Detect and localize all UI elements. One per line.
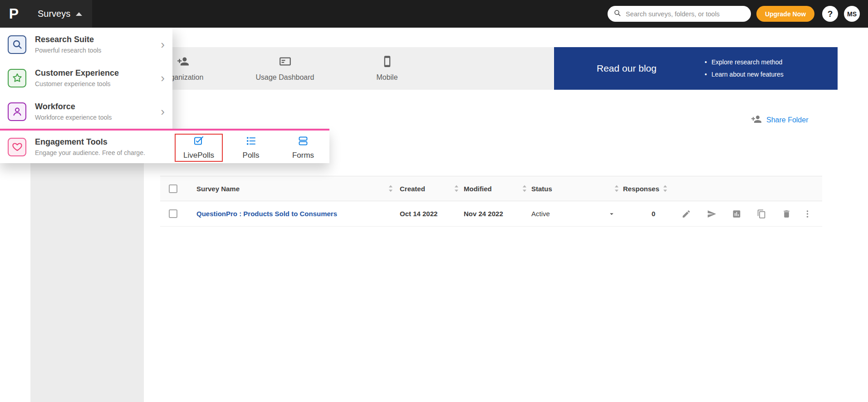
toolbar-item-mobile[interactable]: Mobile: [353, 47, 421, 90]
table-header-row: Survey Name Created Modified Status Resp…: [160, 176, 822, 201]
global-search: [608, 6, 751, 22]
menu-item-workforce[interactable]: Workforce Workforce experience tools ›: [0, 95, 172, 128]
column-header-created[interactable]: Created: [400, 176, 425, 201]
dashboard-icon: [279, 55, 291, 69]
blog-title: Read our blog: [597, 47, 657, 90]
polls-icon: [245, 136, 256, 149]
sort-icon-survey-name[interactable]: [388, 185, 393, 192]
column-header-survey-name[interactable]: Survey Name: [196, 176, 240, 201]
questionpro-logo[interactable]: P: [0, 0, 28, 28]
send-icon[interactable]: [707, 209, 716, 218]
search-icon: [613, 9, 622, 19]
modified-date: Nov 24 2022: [464, 201, 503, 226]
sort-icon-created[interactable]: [454, 185, 459, 192]
share-folder-button[interactable]: Share Folder: [751, 113, 809, 127]
created-date: Oct 14 2022: [400, 201, 437, 226]
menu-item-title: Workforce: [35, 102, 112, 111]
menu-item-subtitle: Engage your audience. Free of charge.: [35, 149, 145, 156]
menu-item-engagement-tools[interactable]: Engagement Tools Engage your audience. F…: [35, 137, 145, 156]
status-dropdown-caret[interactable]: [608, 210, 616, 218]
bullet-dot: •: [705, 56, 707, 68]
submenu-item-label: LivePolls: [183, 151, 214, 160]
feature-toolbar: Organization Usage Dashboard Mobile: [144, 47, 554, 90]
research-magnifier-icon: [8, 35, 26, 54]
submenu-item-label: Polls: [243, 151, 260, 160]
menu-item-title: Engagement Tools: [35, 137, 145, 147]
star-icon: [8, 69, 26, 87]
column-header-responses[interactable]: Responses: [623, 176, 659, 201]
survey-name-link[interactable]: QuestionPro : Products Sold to Consumers: [196, 201, 337, 226]
status-value[interactable]: Active: [531, 201, 550, 226]
heart-icon: [8, 138, 26, 156]
delete-icon[interactable]: [782, 209, 791, 218]
person-icon: [8, 102, 26, 121]
blog-bullets: •Explore research method •Learn about ne…: [705, 56, 784, 81]
submenu-item-forms[interactable]: Forms: [279, 134, 327, 162]
submenu-item-livepolls[interactable]: LivePolls: [175, 134, 223, 162]
column-header-modified[interactable]: Modified: [464, 176, 492, 201]
menu-item-subtitle: Customer experience tools: [35, 80, 119, 87]
survey-table-row: QuestionPro : Products Sold to Consumers…: [160, 201, 822, 227]
responses-count: 0: [652, 201, 655, 226]
products-dropdown-menu: Research Suite Powerful research tools ›…: [0, 28, 172, 129]
search-input[interactable]: [626, 10, 745, 18]
organization-icon: [177, 55, 189, 69]
sort-icon-status[interactable]: [614, 185, 619, 192]
chevron-right-icon: ›: [161, 39, 165, 50]
engagement-tools-strip: Engagement Tools Engage your audience. F…: [0, 129, 329, 163]
menu-item-research-suite[interactable]: Research Suite Powerful research tools ›: [0, 28, 172, 61]
blog-promo-panel[interactable]: Read our blog •Explore research method •…: [554, 47, 838, 90]
blog-bullet: Explore research method: [711, 56, 782, 68]
surveys-table: Survey Name Created Modified Status Resp…: [160, 176, 822, 227]
chevron-right-icon: ›: [161, 106, 165, 117]
person-add-icon: [751, 114, 762, 126]
product-switcher-label: Surveys: [38, 9, 70, 19]
analytics-icon[interactable]: [732, 209, 741, 218]
select-all-checkbox[interactable]: [169, 184, 177, 193]
row-checkbox[interactable]: [169, 209, 177, 218]
menu-item-subtitle: Powerful research tools: [35, 47, 101, 54]
edit-icon[interactable]: [682, 209, 691, 218]
column-header-status[interactable]: Status: [531, 176, 552, 201]
menu-item-customer-experience[interactable]: Customer Experience Customer experience …: [0, 61, 172, 95]
forms-icon: [298, 136, 309, 149]
user-avatar[interactable]: MS: [844, 6, 860, 22]
help-icon[interactable]: ?: [822, 6, 838, 22]
livepolls-icon: [193, 136, 204, 149]
blog-bullet: Learn about new features: [711, 68, 784, 81]
sort-icon-modified[interactable]: [522, 185, 527, 192]
copy-icon[interactable]: [757, 209, 766, 218]
top-navigation-bar: P Surveys Upgrade Now ? MS: [0, 0, 868, 28]
share-folder-label: Share Folder: [766, 116, 809, 124]
mobile-icon: [381, 55, 393, 69]
menu-item-title: Research Suite: [35, 35, 101, 44]
bullet-dot: •: [705, 68, 707, 81]
more-options-icon[interactable]: [803, 209, 812, 218]
product-switcher-surveys[interactable]: Surveys: [28, 0, 92, 28]
toolbar-item-label: Usage Dashboard: [256, 73, 314, 82]
upgrade-now-button[interactable]: Upgrade Now: [756, 6, 814, 22]
menu-item-subtitle: Workforce experience tools: [35, 114, 112, 121]
submenu-item-label: Forms: [292, 151, 314, 160]
app-window: Organization Usage Dashboard Mobile Read…: [0, 0, 868, 402]
submenu-item-polls[interactable]: Polls: [227, 134, 275, 162]
chevron-right-icon: ›: [161, 72, 165, 84]
chevron-up-icon: [76, 12, 82, 16]
sort-icon-responses[interactable]: [663, 185, 667, 192]
toolbar-item-usage-dashboard[interactable]: Usage Dashboard: [251, 47, 319, 90]
menu-item-title: Customer Experience: [35, 68, 119, 78]
toolbar-item-label: Mobile: [376, 73, 397, 82]
